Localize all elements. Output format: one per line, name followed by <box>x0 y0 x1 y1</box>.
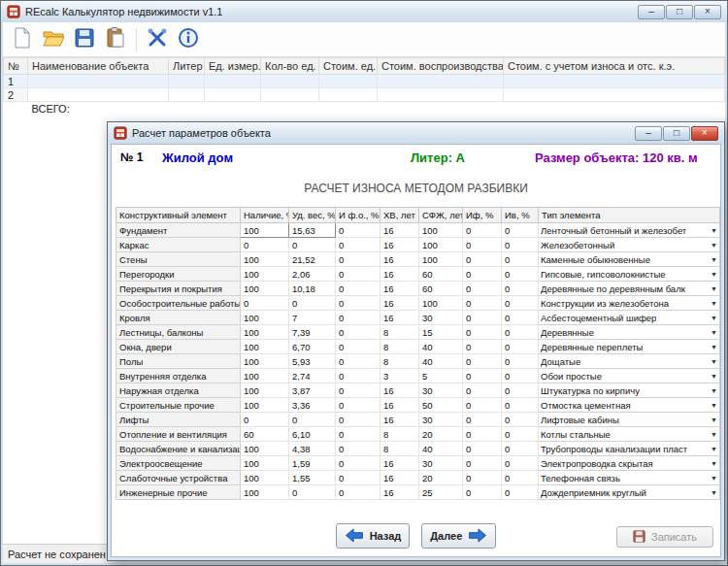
iv-value-cell[interactable]: 0 <box>502 223 539 238</box>
sfzh-value-cell[interactable]: 60 <box>419 267 463 282</box>
table-row[interactable]: 1 <box>4 75 725 88</box>
ifo-value-cell[interactable]: 0 <box>336 340 381 354</box>
if-value-cell[interactable]: 0 <box>463 252 502 267</box>
open-button[interactable] <box>38 25 69 54</box>
presence-value-cell[interactable]: 100 <box>241 311 289 325</box>
iv-value-cell[interactable]: 0 <box>502 238 539 252</box>
weight-value-cell[interactable]: 4,38 <box>289 442 336 456</box>
weight-value-cell[interactable]: 0 <box>289 485 336 500</box>
sfzh-value-cell[interactable]: 100 <box>419 238 463 252</box>
ifo-value-cell[interactable]: 0 <box>336 252 381 267</box>
ifo-value-cell[interactable]: 0 <box>336 398 381 413</box>
sfzh-value-cell[interactable]: 30 <box>419 311 463 325</box>
element-type-dropdown[interactable]: Каменные обыкновенные▼ <box>539 252 720 267</box>
presence-value-cell[interactable]: 0 <box>241 238 289 252</box>
presence-value-cell[interactable]: 100 <box>241 456 289 471</box>
ifo-value-cell[interactable]: 0 <box>336 442 381 456</box>
table-row[interactable]: 2 <box>4 88 725 102</box>
weight-value-cell[interactable]: 3,87 <box>289 383 336 398</box>
weight-value-cell[interactable]: 10,18 <box>289 282 336 296</box>
if-value-cell[interactable]: 0 <box>463 267 502 282</box>
if-value-cell[interactable]: 0 <box>463 456 502 471</box>
cell[interactable] <box>28 75 169 88</box>
if-value-cell[interactable]: 0 <box>463 398 502 413</box>
element-type-dropdown[interactable]: Ленточный бетонный и железобет▼ <box>539 223 720 238</box>
element-type-dropdown[interactable]: Обои простые▼ <box>539 369 720 383</box>
close-icon[interactable]: × <box>694 5 721 19</box>
save-record-button[interactable]: Записать <box>616 526 713 548</box>
if-value-cell[interactable]: 0 <box>463 427 502 442</box>
sfzh-value-cell[interactable]: 5 <box>419 369 463 383</box>
element-type-dropdown[interactable]: Электропроводка скрытая▼ <box>539 456 720 471</box>
if-value-cell[interactable]: 0 <box>463 485 502 500</box>
ifo-value-cell[interactable]: 0 <box>336 325 381 340</box>
ifo-value-cell[interactable]: 0 <box>336 485 381 500</box>
weight-value-cell[interactable]: 6,70 <box>289 340 336 354</box>
element-type-dropdown[interactable]: Дощатые▼ <box>539 354 720 369</box>
dialog-minimize-icon[interactable]: – <box>635 126 662 141</box>
back-button[interactable]: Назад <box>336 523 411 549</box>
presence-value-cell[interactable]: 100 <box>241 340 289 354</box>
presence-value-cell[interactable]: 0 <box>241 296 289 311</box>
weight-value-cell[interactable]: 2,74 <box>289 369 336 383</box>
presence-value-cell[interactable]: 100 <box>241 223 289 238</box>
hv-value-cell[interactable]: 16 <box>381 398 419 413</box>
weight-value-cell[interactable]: 6,10 <box>289 427 336 442</box>
ifo-value-cell[interactable]: 0 <box>336 354 381 369</box>
dialog-close-icon[interactable]: × <box>691 126 718 141</box>
ifo-value-cell[interactable]: 0 <box>336 456 381 471</box>
sfzh-value-cell[interactable]: 100 <box>419 296 463 311</box>
sfzh-value-cell[interactable]: 50 <box>419 398 463 413</box>
cell[interactable] <box>169 75 205 88</box>
if-value-cell[interactable]: 0 <box>463 369 502 383</box>
weight-value-cell[interactable]: 2,06 <box>289 267 336 282</box>
cell[interactable] <box>319 88 378 102</box>
element-type-dropdown[interactable]: Деревянные по деревянным балк▼ <box>539 282 720 296</box>
iv-value-cell[interactable]: 0 <box>502 311 539 325</box>
cell[interactable] <box>504 88 725 102</box>
presence-value-cell[interactable]: 100 <box>241 354 289 369</box>
weight-value-cell[interactable]: 0 <box>289 413 336 427</box>
if-value-cell[interactable]: 0 <box>463 296 502 311</box>
cell[interactable] <box>319 75 378 88</box>
presence-value-cell[interactable]: 100 <box>241 325 289 340</box>
element-type-dropdown[interactable]: Телефонная связь▼ <box>539 471 720 485</box>
presence-value-cell[interactable]: 0 <box>241 413 289 427</box>
if-value-cell[interactable]: 0 <box>463 238 502 252</box>
hv-value-cell[interactable]: 8 <box>381 442 419 456</box>
iv-value-cell[interactable]: 0 <box>502 485 539 500</box>
sfzh-value-cell[interactable]: 100 <box>419 252 463 267</box>
sfzh-value-cell[interactable]: 100 <box>419 223 463 238</box>
weight-value-cell[interactable]: 0 <box>289 296 336 311</box>
if-value-cell[interactable]: 0 <box>463 442 502 456</box>
weight-value-cell[interactable]: 3,36 <box>289 398 336 413</box>
iv-value-cell[interactable]: 0 <box>502 471 539 485</box>
cell[interactable] <box>378 88 504 102</box>
ifo-value-cell[interactable]: 0 <box>336 471 381 485</box>
info-button[interactable] <box>173 25 204 54</box>
tools-button[interactable] <box>142 25 173 54</box>
element-type-dropdown[interactable]: Гипсовые, гипсоволокнистые▼ <box>539 267 720 282</box>
hv-value-cell[interactable]: 16 <box>381 456 419 471</box>
next-button[interactable]: Далее <box>421 523 496 549</box>
new-button[interactable] <box>7 25 38 54</box>
element-type-dropdown[interactable]: Конструкции из железобетона▼ <box>539 296 720 311</box>
sfzh-value-cell[interactable]: 30 <box>419 383 463 398</box>
presence-value-cell[interactable]: 100 <box>241 267 289 282</box>
if-value-cell[interactable]: 0 <box>463 383 502 398</box>
hv-value-cell[interactable]: 8 <box>381 354 419 369</box>
iv-value-cell[interactable]: 0 <box>502 456 539 471</box>
hv-value-cell[interactable]: 16 <box>381 485 419 500</box>
hv-value-cell[interactable]: 8 <box>381 340 419 354</box>
hv-value-cell[interactable]: 16 <box>381 252 419 267</box>
sfzh-value-cell[interactable]: 20 <box>419 471 463 485</box>
ifo-value-cell[interactable]: 0 <box>336 311 381 325</box>
if-value-cell[interactable]: 0 <box>463 311 502 325</box>
element-type-dropdown[interactable]: Железобетонный▼ <box>539 238 720 252</box>
ifo-value-cell[interactable]: 0 <box>336 296 381 311</box>
weight-value-cell[interactable]: 1,55 <box>289 471 336 485</box>
iv-value-cell[interactable]: 0 <box>502 296 539 311</box>
presence-value-cell[interactable]: 100 <box>241 485 289 500</box>
iv-value-cell[interactable]: 0 <box>502 354 539 369</box>
element-type-dropdown[interactable]: Штукатурка по кирпичу▼ <box>539 383 720 398</box>
